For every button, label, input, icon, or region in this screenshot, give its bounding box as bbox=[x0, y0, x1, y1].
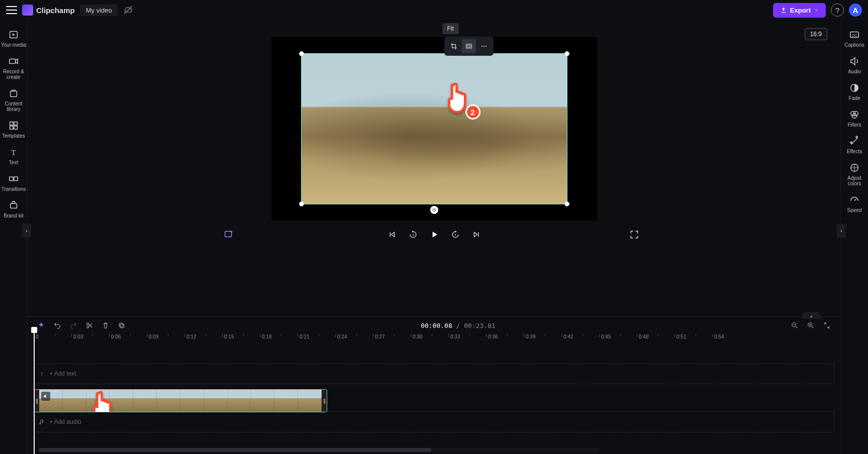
menu-button[interactable] bbox=[6, 5, 17, 16]
sidebar-your-media[interactable]: Your media bbox=[0, 25, 28, 52]
undo-button[interactable] bbox=[53, 321, 62, 330]
ruler-tick: 0:15 bbox=[224, 334, 234, 339]
rightbar-captions[interactable]: CC Captions bbox=[841, 25, 869, 52]
playhead[interactable] bbox=[34, 331, 35, 454]
collapse-timeline-button[interactable]: ⌄ bbox=[802, 312, 820, 319]
zoom-out-button[interactable] bbox=[790, 321, 799, 330]
resize-handle-bottom-right[interactable] bbox=[564, 201, 569, 206]
svg-rect-23 bbox=[120, 324, 124, 327]
svg-rect-10 bbox=[10, 177, 13, 180]
video-clip[interactable]: ‖ ‖ 1 bbox=[34, 389, 327, 412]
help-button[interactable]: ? bbox=[831, 4, 844, 17]
resize-handle-top-right[interactable] bbox=[564, 51, 569, 56]
timeline-ruler[interactable]: 00:030:060:090:120:150:180:210:240:270:3… bbox=[34, 334, 834, 346]
ruler-tick: 0:36 bbox=[488, 334, 498, 339]
svg-rect-6 bbox=[14, 122, 17, 125]
project-title-input[interactable]: My video bbox=[80, 5, 118, 16]
export-button[interactable]: Export bbox=[773, 3, 826, 18]
ruler-tick: 0:18 bbox=[262, 334, 271, 339]
rightbar-audio[interactable]: Audio bbox=[841, 52, 869, 78]
timeline: ⌄ 00:00.08 / 00:23.81 00:030:060:090:120… bbox=[28, 316, 840, 454]
more-options-button[interactable] bbox=[477, 39, 491, 53]
ruler-tick: 0:48 bbox=[639, 334, 648, 339]
resize-handle-bottom-left[interactable] bbox=[299, 201, 304, 206]
playback-controls: 5 5 bbox=[28, 220, 840, 249]
crop-button[interactable] bbox=[447, 39, 461, 53]
svg-point-21 bbox=[87, 326, 89, 328]
text-icon: T bbox=[8, 147, 19, 158]
timeline-tracks[interactable]: T + Add text ‖ ‖ 1 + bbox=[34, 346, 834, 454]
skip-end-button[interactable] bbox=[471, 229, 482, 240]
fit-button[interactable] bbox=[462, 39, 476, 53]
svg-point-15 bbox=[481, 46, 482, 47]
speed-icon bbox=[849, 194, 860, 205]
fullscreen-button[interactable] bbox=[629, 230, 639, 240]
ruler-tick: 0:54 bbox=[714, 334, 724, 339]
ruler-tick: 0:33 bbox=[450, 334, 460, 339]
upload-icon bbox=[780, 7, 787, 14]
fit-tooltip: Fit bbox=[442, 23, 459, 34]
library-icon bbox=[8, 88, 19, 99]
ruler-tick: 0:51 bbox=[677, 334, 686, 339]
sidebar-text[interactable]: T Text bbox=[0, 143, 28, 169]
left-sidebar: Your media Record & create Content libra… bbox=[0, 20, 28, 454]
ruler-tick: 0:12 bbox=[186, 334, 196, 339]
audio-track[interactable]: + Add audio bbox=[34, 411, 834, 432]
timeline-scrollbar[interactable] bbox=[39, 448, 599, 452]
cloud-sync-off-icon[interactable] bbox=[123, 5, 133, 15]
ruler-tick: 0:03 bbox=[73, 334, 83, 339]
fit-timeline-button[interactable] bbox=[822, 321, 831, 330]
resize-handle-top-left[interactable] bbox=[299, 51, 304, 56]
sidebar-content-library[interactable]: Content library bbox=[0, 84, 28, 116]
expand-right-panel-button[interactable]: ‹ bbox=[837, 223, 846, 238]
forward-5s-button[interactable]: 5 bbox=[450, 229, 461, 240]
rightbar-effects[interactable]: Effects bbox=[841, 132, 869, 158]
sidebar-record-create[interactable]: Record & create bbox=[0, 52, 28, 84]
ruler-tick: 0:21 bbox=[300, 334, 309, 339]
export-label: Export bbox=[790, 7, 811, 14]
ruler-tick: 0:27 bbox=[375, 334, 384, 339]
preview-canvas[interactable]: ⟳ 2 bbox=[271, 37, 597, 220]
clip-volume-icon[interactable] bbox=[41, 392, 50, 401]
split-button[interactable] bbox=[85, 321, 94, 330]
svg-text:5: 5 bbox=[454, 234, 456, 237]
auto-enhance-button[interactable] bbox=[223, 229, 234, 240]
user-avatar[interactable]: A bbox=[849, 4, 862, 17]
rightbar-speed[interactable]: Speed bbox=[841, 190, 869, 217]
clip-right-handle[interactable]: ‖ bbox=[322, 390, 327, 412]
selection-box[interactable]: ⟳ bbox=[301, 53, 567, 204]
text-track-placeholder: + Add text bbox=[49, 370, 76, 377]
record-icon bbox=[8, 56, 19, 67]
svg-rect-12 bbox=[11, 203, 17, 208]
transitions-icon bbox=[8, 173, 19, 184]
redo-button[interactable] bbox=[69, 321, 78, 330]
rewind-5s-button[interactable]: 5 bbox=[408, 229, 419, 240]
rightbar-fade[interactable]: Fade Fade bbox=[841, 78, 869, 105]
zoom-in-button[interactable] bbox=[806, 321, 815, 330]
selection-toolbar bbox=[444, 37, 494, 56]
ruler-tick: 0 bbox=[36, 334, 39, 339]
text-track[interactable]: T + Add text bbox=[34, 363, 834, 384]
delete-button[interactable] bbox=[101, 321, 110, 330]
ai-sparkle-button[interactable] bbox=[37, 321, 46, 330]
clip-left-handle[interactable]: ‖ bbox=[34, 390, 39, 412]
fade-icon bbox=[849, 82, 860, 93]
play-button[interactable] bbox=[429, 229, 440, 240]
filters-icon bbox=[849, 109, 860, 120]
audio-icon bbox=[849, 56, 860, 67]
skip-start-button[interactable] bbox=[387, 229, 398, 240]
sidebar-transitions[interactable]: Transitions bbox=[0, 169, 28, 196]
aspect-ratio-button[interactable]: 16:9 bbox=[805, 28, 827, 40]
rightbar-adjust-colors[interactable]: Adjust colors bbox=[841, 158, 869, 190]
audio-track-placeholder: + Add audio bbox=[49, 418, 81, 425]
sidebar-templates[interactable]: Templates bbox=[0, 116, 28, 143]
timeline-scrollbar-thumb[interactable] bbox=[39, 448, 431, 452]
sidebar-brand-kit[interactable]: Brand kit bbox=[0, 196, 28, 222]
music-note-icon bbox=[38, 418, 45, 425]
rightbar-filters[interactable]: Filters bbox=[841, 105, 869, 132]
ruler-tick: 0:45 bbox=[601, 334, 611, 339]
svg-rect-2 bbox=[10, 59, 16, 63]
duplicate-button[interactable] bbox=[117, 321, 126, 330]
rotate-handle[interactable]: ⟳ bbox=[430, 206, 438, 214]
svg-rect-7 bbox=[10, 126, 13, 129]
